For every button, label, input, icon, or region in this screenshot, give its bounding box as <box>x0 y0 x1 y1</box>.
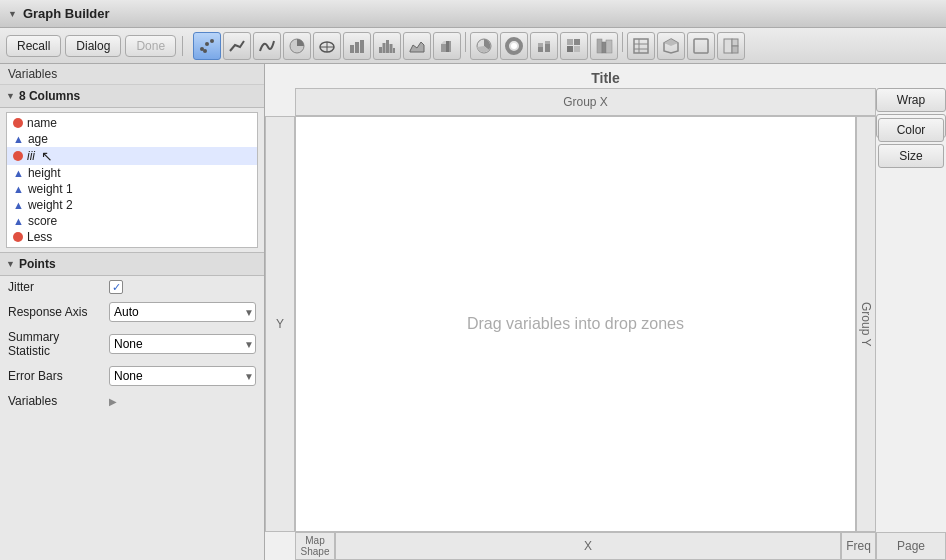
col-arrow-icon: ▲ <box>13 133 24 145</box>
svg-rect-42 <box>732 39 738 46</box>
main-layout: Variables ▼ 8 Columns name ▲ age iii ↖ ▲… <box>0 64 946 560</box>
app-title: Graph Builder <box>23 6 110 21</box>
done-button[interactable]: Done <box>125 35 176 57</box>
chart-icon-stacked[interactable] <box>530 32 558 60</box>
col-label: weight 1 <box>28 182 73 196</box>
title-bar: ▼ Graph Builder <box>0 0 946 28</box>
graph-bottom-row: MapShape X Freq Page <box>295 532 946 560</box>
columns-title: 8 Columns <box>19 89 80 103</box>
chart-icon-map2[interactable] <box>657 32 685 60</box>
chart-icon-box3d[interactable] <box>687 32 715 60</box>
graph-grid-container: Group X Wrap Overlay Y Drag variables in… <box>265 88 946 560</box>
chart-icon-mekko[interactable] <box>590 32 618 60</box>
cursor-icon: ↖ <box>41 148 53 164</box>
chart-icon-3dbar[interactable] <box>433 32 461 60</box>
chart-icon-pie2[interactable] <box>470 32 498 60</box>
jitter-checkbox[interactable] <box>109 280 123 294</box>
chart-icon-donut[interactable] <box>500 32 528 60</box>
chart-icon-heatmap[interactable] <box>560 32 588 60</box>
response-axis-select[interactable]: Auto Y X <box>109 302 256 322</box>
columns-header[interactable]: ▼ 8 Columns <box>0 85 264 108</box>
variables-label: Variables <box>0 64 264 85</box>
response-axis-row: Response Axis Auto Y X ▼ <box>0 298 264 326</box>
col-label: age <box>28 132 48 146</box>
group-y-cell[interactable]: Group Y <box>856 116 876 532</box>
chart-icon-line[interactable] <box>223 32 251 60</box>
right-panel: Title Group X Wrap Overlay Y <box>265 64 946 560</box>
svg-rect-24 <box>538 43 543 47</box>
svg-rect-26 <box>545 41 550 44</box>
x-label-cell[interactable]: X <box>335 532 841 560</box>
right-labels-top: Wrap Overlay <box>876 88 946 116</box>
graph-title: Title <box>265 64 946 88</box>
dialog-button[interactable]: Dialog <box>65 35 121 57</box>
chart-icon-map[interactable] <box>313 32 341 60</box>
col-label: height <box>28 166 61 180</box>
error-bars-select[interactable]: None Standard Error Confidence Interval <box>109 366 256 386</box>
col-label: iii <box>27 149 35 163</box>
chart-icon-table[interactable] <box>627 32 655 60</box>
chart-icon-group <box>193 32 745 60</box>
svg-rect-40 <box>694 39 708 53</box>
chart-icon-bar[interactable] <box>343 32 371 60</box>
points-header[interactable]: ▼ Points <box>0 253 264 276</box>
freq-cell[interactable]: Freq <box>841 532 876 560</box>
svg-rect-43 <box>732 46 738 53</box>
svg-rect-8 <box>350 45 354 53</box>
col-arrow-icon: ▲ <box>13 215 24 227</box>
chart-icon-treemap[interactable] <box>717 32 745 60</box>
summary-statistic-label: Summary Statistic <box>8 330 103 358</box>
toolbar-separator-1 <box>182 36 183 56</box>
variables-row: Variables ▶ <box>0 390 264 412</box>
svg-rect-25 <box>545 44 550 52</box>
svg-point-2 <box>210 39 214 43</box>
y-label-cell[interactable]: Y <box>265 116 295 532</box>
map-shape-cell[interactable]: MapShape <box>295 532 335 560</box>
col-dot-red <box>13 151 23 161</box>
recall-button[interactable]: Recall <box>6 35 61 57</box>
size-button[interactable]: Size <box>878 144 944 168</box>
variables-sub-arrow-icon: ▶ <box>109 396 117 407</box>
summary-statistic-row: Summary Statistic None Mean Median Std D… <box>0 326 264 362</box>
svg-rect-31 <box>597 39 602 53</box>
list-item[interactable]: ▲ height <box>7 165 257 181</box>
group-x-cell[interactable]: Group X <box>295 88 876 116</box>
list-item[interactable]: ▲ score <box>7 213 257 229</box>
svg-rect-23 <box>538 47 543 52</box>
list-item[interactable]: ▲ age <box>7 131 257 147</box>
list-item[interactable]: iii ↖ <box>7 147 257 165</box>
list-item[interactable]: ▲ weight 1 <box>7 181 257 197</box>
svg-marker-19 <box>446 41 449 52</box>
graph-top-row: Group X Wrap Overlay <box>295 88 946 116</box>
color-button[interactable]: Color <box>878 118 944 142</box>
response-axis-label: Response Axis <box>8 305 103 319</box>
list-item[interactable]: name <box>7 115 257 131</box>
list-item[interactable]: Less <box>7 229 257 245</box>
col-arrow-icon: ▲ <box>13 199 24 211</box>
svg-rect-12 <box>383 43 386 53</box>
chart-icon-area[interactable] <box>403 32 431 60</box>
chart-icon-histogram[interactable] <box>373 32 401 60</box>
chart-icon-scatter[interactable] <box>193 32 221 60</box>
plot-area[interactable]: Drag variables into drop zones <box>295 116 856 532</box>
svg-rect-27 <box>567 39 573 45</box>
error-bars-row: Error Bars None Standard Error Confidenc… <box>0 362 264 390</box>
page-cell[interactable]: Page <box>876 532 946 560</box>
svg-rect-14 <box>390 44 393 53</box>
chart-icon-smooth[interactable] <box>253 32 281 60</box>
jitter-row: Jitter <box>0 276 264 298</box>
list-item[interactable]: ▲ weight 2 <box>7 197 257 213</box>
summary-statistic-select[interactable]: None Mean Median Std Dev <box>109 334 256 354</box>
svg-point-3 <box>203 49 207 53</box>
svg-rect-28 <box>574 39 580 45</box>
toolbar-separator-3 <box>622 32 623 52</box>
col-label: weight 2 <box>28 198 73 212</box>
triangle-icon: ▼ <box>8 9 17 19</box>
col-label: Less <box>27 230 52 244</box>
drag-hint-text: Drag variables into drop zones <box>467 315 684 333</box>
error-bars-select-wrap: None Standard Error Confidence Interval … <box>109 366 256 386</box>
chart-icon-pie[interactable] <box>283 32 311 60</box>
col-dot-red <box>13 232 23 242</box>
svg-point-22 <box>511 43 517 49</box>
wrap-button[interactable]: Wrap <box>876 88 946 112</box>
